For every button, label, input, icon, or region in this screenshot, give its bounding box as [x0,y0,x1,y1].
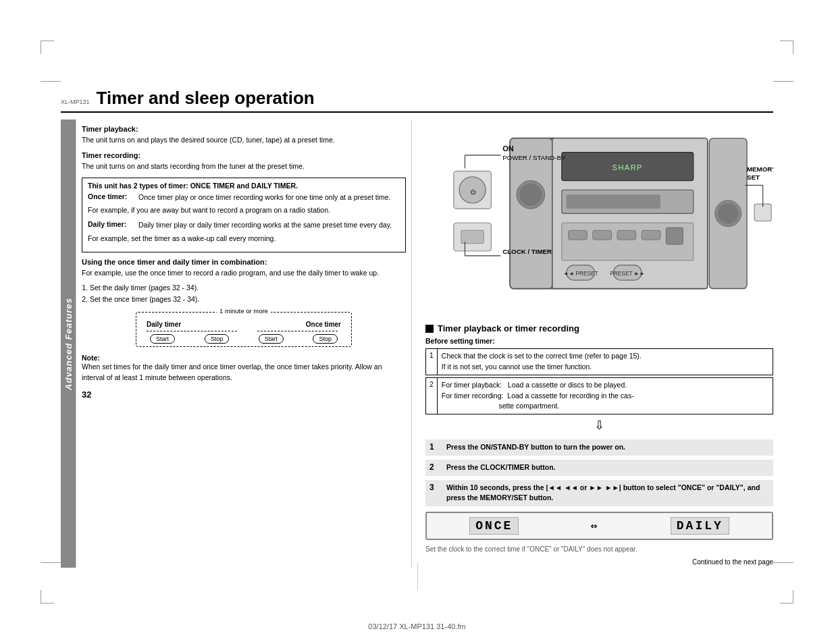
svg-rect-10 [569,230,588,240]
timer-recording-text: The unit turns on and starts recording f… [82,161,406,172]
svg-rect-14 [666,227,683,244]
header-line-left [41,81,61,82]
inst-step-2-num: 2 [429,462,443,472]
corner-mark-br [780,590,793,603]
daily-timer-desc: Daily timer play or daily timer recordin… [138,220,400,231]
note-title: Note: [82,354,406,362]
once-timer-row: Once timer: Once timer play or once time… [88,192,400,203]
page-title: Timer and sleep operation [97,88,315,109]
continued-text: Continued to the next page [425,558,773,566]
page-container: XL-MP131 Timer and sleep operation Advan… [0,0,834,644]
combination-title: Using the once timer and daily timer in … [82,258,406,266]
daily-start-btn: Start [150,334,175,344]
daily-stop-btn: Stop [205,334,230,344]
combination-text: For example, use the once timer to recor… [82,268,406,279]
note-section: Note: When set times for the daily timer… [82,354,406,383]
diagram-box: 1 minute or more Daily timer Once timer [136,312,352,347]
before-setting: Before setting timer: [425,337,773,345]
once-timer-diagram-label: Once timer [306,321,341,328]
down-arrow: ⇩ [425,418,773,433]
combination-step-1: Set the daily timer (pages 32 - 34). [90,282,406,294]
combination-step-2: Set the once timer (pages 32 - 34). [90,294,406,305]
info-box: This unit has 2 types of timer: ONCE TIM… [82,178,406,252]
inst-step-1: 1 Press the ON/STAND-BY button to turn t… [425,439,773,456]
svg-point-3 [519,184,542,206]
svg-text:MEMORY /: MEMORY / [747,165,773,173]
daily-timer-label: Daily timer: [88,220,132,231]
svg-text:POWER / STAND-BY: POWER / STAND-BY [502,154,566,161]
once-timer-desc: Once timer play or once timer recording … [138,192,400,203]
display-daily: DAILY [671,517,729,535]
title-area: XL-MP131 Timer and sleep operation [61,88,773,113]
svg-text:SHARP: SHARP [613,163,643,171]
two-col-layout: Advanced Features Timer playback: The un… [61,119,773,568]
instruction-steps: 1 Press the ON/STAND-BY button to turn t… [425,439,773,506]
footer-line-right [773,562,793,563]
pre-steps-table: 1 Check that the clock is set to the cor… [425,348,773,414]
footer-area: 03/12/17 XL-MP131 31-40.fm [61,622,773,630]
note-text: When set times for the daily timer and o… [82,362,406,383]
daily-timer-row: Daily timer: Daily timer play or daily t… [88,220,400,231]
diagram-button-row: Start Stop Start Stop [143,334,344,344]
timer-playback-text: The unit turns on and plays the desired … [82,135,406,146]
model-number: XL-MP131 [61,99,90,105]
svg-text:ON: ON [502,144,514,153]
device-illustration: SHARP [425,119,773,317]
combination-section: Using the once timer and daily timer in … [82,258,406,305]
once-start-btn: Start [259,334,284,344]
pre-step-2-num: 2 [426,377,438,414]
timer-diagram: 1 minute or more Daily timer Once timer [82,312,406,347]
header-line-right [773,81,793,82]
footer-line-left [41,562,61,563]
svg-text:CLOCK / TIMER: CLOCK / TIMER [502,248,552,255]
svg-rect-12 [617,230,636,240]
device-image-area: SHARP [425,119,773,317]
timer-section: Timer playback or timer recording Before… [425,323,773,566]
page-number: 32 [82,390,406,400]
left-column: Advanced Features Timer playback: The un… [61,119,412,568]
main-content: XL-MP131 Timer and sleep operation Advan… [61,88,773,576]
display-once: ONCE [469,517,519,535]
svg-text:⏻: ⏻ [470,188,476,195]
left-content: Timer playback: The unit turns on and pl… [76,119,412,568]
black-square-icon [425,325,434,333]
svg-rect-26 [461,230,484,243]
timer-section-title: Timer playback or timer recording [425,323,773,333]
info-box-title: This unit has 2 types of timer: ONCE TIM… [88,182,400,190]
daily-timer-example: For example, set the timer as a wake-up … [88,234,400,244]
pre-step-1-num: 1 [426,349,438,375]
diagram-label-top: 1 minute or more [217,307,271,315]
once-stop-btn: Stop [313,334,338,344]
svg-text:PRESET ►►: PRESET ►► [610,270,645,277]
once-timer-label: Once timer: [88,192,132,203]
display-box: ONCE ⇔ DAILY [425,512,773,540]
display-arrow-icon: ⇔ [591,519,599,533]
once-timer-example: For example, if you are away but want to… [88,205,400,216]
corner-mark-bl [41,590,54,603]
inst-step-3-num: 3 [429,483,443,492]
timer-section-label: Timer playback or timer recording [438,323,579,333]
pre-step-1: 1 Check that the clock is set to the cor… [426,349,773,375]
footer-text: 03/12/17 XL-MP131 31-40.fm [368,622,465,630]
daily-timer-diagram-label: Daily timer [147,321,181,328]
inst-step-1-num: 1 [429,442,443,452]
svg-text:◄◄ PRESET: ◄◄ PRESET [563,270,598,277]
corner-mark-tl [41,41,54,54]
inst-step-3-text: Within 10 seconds, press the |◄◄ ◄◄ or ►… [446,483,769,504]
display-note: Set the clock to the correct time if "ON… [425,545,773,553]
pre-step-2: 2 For timer playback: Load a cassette or… [426,377,773,414]
timer-playback-title: Timer playback: [82,125,406,133]
side-tab: Advanced Features [61,119,76,568]
side-tab-label: Advanced Features [63,298,74,390]
right-column: SHARP [425,119,773,568]
inst-step-3: 3 Within 10 seconds, press the |◄◄ ◄◄ or… [425,480,773,507]
combination-steps: Set the daily timer (pages 32 - 34). Set… [90,282,406,305]
svg-rect-11 [593,230,612,240]
inst-step-2: 2 Press the CLOCK/TIMER button. [425,460,773,476]
svg-rect-8 [567,194,660,209]
pre-step-2-text: For timer playback: Load a cassette or d… [437,377,773,414]
corner-mark-tr [780,41,793,54]
pre-step-1-text: Check that the clock is set to the corre… [437,349,773,375]
svg-point-21 [718,203,739,224]
timer-recording-title: Timer recording: [82,151,406,159]
